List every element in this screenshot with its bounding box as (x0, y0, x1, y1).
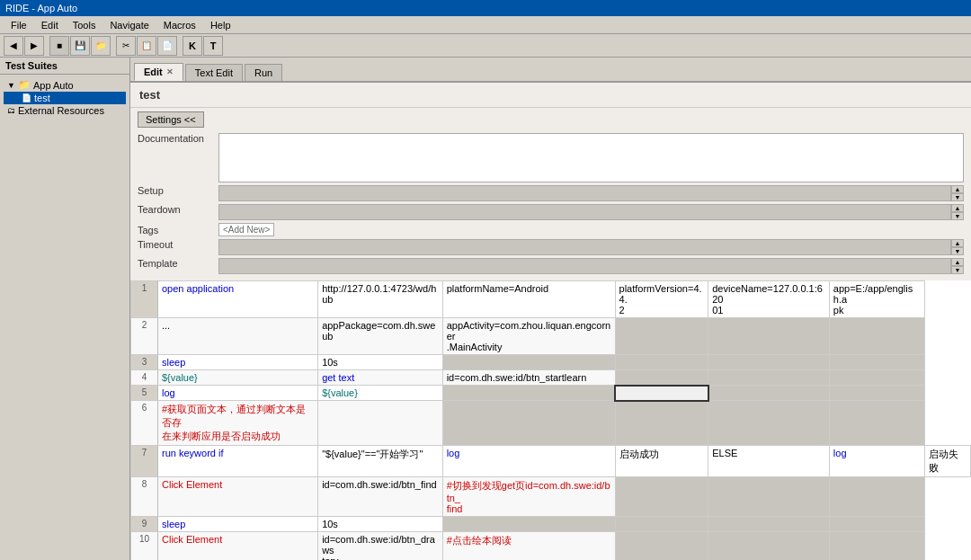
table-cell[interactable]: get text (318, 370, 443, 386)
table-cell[interactable]: 10s (318, 517, 443, 532)
table-cell[interactable]: #获取页面文本，通过判断文本是否存 在来判断应用是否启动成功 (158, 401, 318, 446)
right-panel: Edit ✕ Text Edit Run test Settings << Do… (130, 58, 971, 560)
toolbar-paste-btn[interactable]: 📄 (157, 36, 177, 56)
toolbar-t-btn[interactable]: T (203, 36, 223, 56)
toolbar-stop-btn[interactable]: ■ (49, 36, 69, 56)
table-cell[interactable]: sleep (158, 355, 318, 370)
table-cell[interactable] (829, 532, 924, 561)
table-cell[interactable]: run keyword if (158, 446, 318, 477)
table-cell[interactable] (615, 532, 708, 561)
table-cell[interactable]: "${value}"=="开始学习" (318, 446, 443, 477)
template-spin-down[interactable]: ▼ (951, 266, 964, 274)
table-cell[interactable]: app=E:/app/english.a pk (829, 281, 924, 318)
toolbar-forward-btn[interactable]: ▶ (24, 36, 44, 56)
teardown-spin-up[interactable]: ▲ (951, 204, 964, 212)
table-cell[interactable] (615, 355, 708, 370)
table-cell[interactable] (442, 386, 615, 401)
tab-run[interactable]: Run (245, 64, 282, 81)
table-cell[interactable]: log (829, 446, 924, 477)
menu-file[interactable]: File (4, 18, 34, 32)
table-cell[interactable] (829, 318, 924, 355)
setup-spin-up[interactable]: ▲ (951, 185, 964, 193)
table-cell[interactable]: platformVersion=4.4. 2 (615, 281, 708, 318)
table-cell[interactable] (708, 370, 830, 386)
table-cell[interactable] (708, 318, 830, 355)
table-cell[interactable]: 启动失败 (924, 446, 970, 477)
table-cell[interactable]: http://127.0.0.1:4723/wd/h ub (318, 281, 443, 318)
table-cell[interactable]: Click Element (158, 477, 318, 517)
table-cell[interactable]: ${value} (318, 386, 443, 401)
table-cell[interactable]: deviceName=127.0.0.1:620 01 (708, 281, 830, 318)
table-cell[interactable]: platformName=Android (442, 281, 615, 318)
row-number: 4 (131, 370, 158, 386)
table-cell[interactable]: Click Element (158, 532, 318, 561)
timeout-spin-up[interactable]: ▲ (951, 239, 964, 247)
table-cell[interactable] (829, 386, 924, 401)
table-cell[interactable] (442, 355, 615, 370)
tree-item-test[interactable]: 📄 test (4, 92, 126, 104)
table-cell[interactable]: sleep (158, 517, 318, 532)
toolbar-back-btn[interactable]: ◀ (4, 36, 23, 56)
table-cell[interactable] (615, 401, 708, 446)
template-spin-up[interactable]: ▲ (951, 258, 964, 266)
table-cell[interactable]: #切换到发现get页id=com.dh.swe:id/btn_ find (442, 477, 615, 517)
table-cell[interactable] (442, 401, 615, 446)
table-cell[interactable]: log (442, 446, 615, 477)
table-cell[interactable] (615, 386, 708, 401)
table-cell[interactable] (615, 318, 708, 355)
table-cell[interactable]: ${value} (158, 370, 318, 386)
table-cell[interactable] (318, 401, 443, 446)
table-cell[interactable]: id=com.dh.swe:id/btn_startlearn (442, 370, 615, 386)
table-cell[interactable] (829, 477, 924, 517)
table-cell[interactable]: #点击绘本阅读 (442, 532, 615, 561)
table-cell[interactable] (615, 370, 708, 386)
table-cell[interactable] (708, 517, 830, 532)
toolbar-open-btn[interactable]: 📁 (91, 36, 111, 56)
table-cell[interactable]: id=com.dh.swe:id/btn_find (318, 477, 443, 517)
settings-btn[interactable]: Settings << (138, 111, 204, 128)
toolbar-save-btn[interactable]: 💾 (70, 36, 90, 56)
table-cell[interactable] (615, 517, 708, 532)
table-cell[interactable] (829, 517, 924, 532)
table-cell[interactable] (708, 355, 830, 370)
toolbar-copy-btn[interactable]: 📋 (137, 36, 156, 56)
setup-spin-down[interactable]: ▼ (951, 193, 964, 201)
tab-text-edit[interactable]: Text Edit (185, 64, 243, 81)
tree-item-external[interactable]: 🗂 External Resources (4, 104, 126, 117)
menu-help[interactable]: Help (203, 18, 238, 32)
tree-item-app-auto[interactable]: ▼ 📁 App Auto (4, 78, 126, 92)
table-cell[interactable] (708, 477, 830, 517)
table-cell[interactable] (829, 370, 924, 386)
row-number: 9 (131, 517, 158, 532)
table-cell[interactable]: open application (158, 281, 318, 318)
tab-edit[interactable]: Edit ✕ (134, 63, 183, 81)
table-cell[interactable] (829, 355, 924, 370)
template-spin: ▲ ▼ (951, 258, 964, 274)
toolbar-cut-btn[interactable]: ✂ (116, 36, 136, 56)
table-cell[interactable]: id=com.dh.swe:id/btn_draws tory (318, 532, 443, 561)
menu-edit[interactable]: Edit (34, 18, 66, 32)
menu-navigate[interactable]: Navigate (102, 18, 156, 32)
table-cell[interactable] (829, 401, 924, 446)
table-cell[interactable]: appPackage=com.dh.swe ub (318, 318, 443, 355)
tags-add-btn[interactable]: <Add New> (218, 223, 274, 236)
table-cell[interactable]: ... (158, 318, 318, 355)
table-cell[interactable] (708, 532, 830, 561)
tab-edit-close[interactable]: ✕ (166, 67, 174, 76)
menu-tools[interactable]: Tools (66, 18, 103, 32)
table-cell[interactable]: appActivity=com.zhou.liquan.engcorner .M… (442, 318, 615, 355)
table-cell[interactable] (708, 401, 830, 446)
table-cell[interactable]: log (158, 386, 318, 401)
table-cell[interactable]: 10s (318, 355, 443, 370)
tree-suite-icon: 📁 (18, 79, 31, 91)
documentation-input[interactable] (218, 133, 964, 182)
toolbar-k-btn[interactable]: K (183, 36, 202, 56)
menu-macros[interactable]: Macros (156, 18, 203, 32)
table-cell[interactable]: ELSE (708, 446, 830, 477)
table-cell[interactable]: 启动成功 (615, 446, 708, 477)
table-cell[interactable] (442, 517, 615, 532)
table-cell[interactable] (708, 386, 830, 401)
timeout-spin-down[interactable]: ▼ (951, 247, 964, 255)
table-cell[interactable] (615, 477, 708, 517)
teardown-spin-down[interactable]: ▼ (951, 212, 964, 220)
